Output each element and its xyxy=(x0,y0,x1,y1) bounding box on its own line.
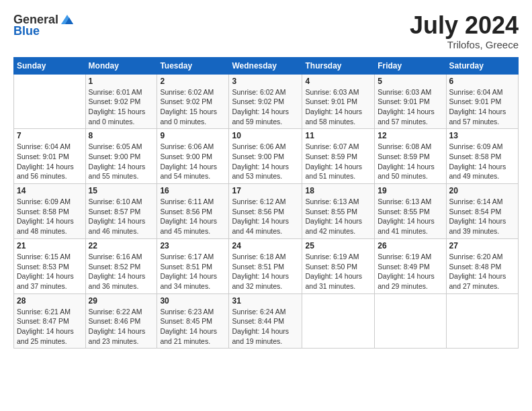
day-info: Sunrise: 6:17 AM Sunset: 8:51 PM Dayligh… xyxy=(160,252,226,291)
day-info: Sunrise: 6:07 AM Sunset: 8:59 PM Dayligh… xyxy=(305,142,371,181)
day-number: 18 xyxy=(305,186,371,195)
day-number: 11 xyxy=(305,131,371,140)
day-cell xyxy=(375,293,446,349)
day-number: 9 xyxy=(160,131,226,140)
day-number: 31 xyxy=(232,296,299,306)
day-info: Sunrise: 6:23 AM Sunset: 8:45 PM Dayligh… xyxy=(160,307,226,347)
day-number: 25 xyxy=(305,241,371,250)
day-cell: 6Sunrise: 6:04 AM Sunset: 9:01 PM Daylig… xyxy=(446,74,518,129)
day-cell: 18Sunrise: 6:13 AM Sunset: 8:55 PM Dayli… xyxy=(302,184,375,239)
day-cell: 14Sunrise: 6:09 AM Sunset: 8:58 PM Dayli… xyxy=(14,184,86,239)
day-info: Sunrise: 6:04 AM Sunset: 9:01 PM Dayligh… xyxy=(17,142,83,181)
day-number: 26 xyxy=(378,241,443,250)
logo-icon xyxy=(60,12,75,27)
day-info: Sunrise: 6:11 AM Sunset: 8:56 PM Dayligh… xyxy=(160,197,226,236)
day-cell: 16Sunrise: 6:11 AM Sunset: 8:56 PM Dayli… xyxy=(157,184,229,239)
weekday-header-saturday: Saturday xyxy=(446,57,518,74)
day-cell: 7Sunrise: 6:04 AM Sunset: 9:01 PM Daylig… xyxy=(14,129,86,184)
day-number: 23 xyxy=(160,241,226,250)
page: General Blue July 2024 Trilofos, Greece … xyxy=(0,0,532,411)
day-cell: 25Sunrise: 6:19 AM Sunset: 8:50 PM Dayli… xyxy=(302,238,375,293)
day-info: Sunrise: 6:24 AM Sunset: 8:44 PM Dayligh… xyxy=(232,307,299,347)
title-month: July 2024 xyxy=(410,12,519,39)
title-location: Trilofos, Greece xyxy=(410,39,519,50)
week-row-1: 1Sunrise: 6:01 AM Sunset: 9:02 PM Daylig… xyxy=(14,74,519,129)
day-cell: 13Sunrise: 6:09 AM Sunset: 8:58 PM Dayli… xyxy=(446,129,518,184)
day-number: 30 xyxy=(160,296,226,306)
day-number: 14 xyxy=(17,186,83,195)
day-info: Sunrise: 6:02 AM Sunset: 9:02 PM Dayligh… xyxy=(232,87,299,127)
day-number: 22 xyxy=(89,241,154,250)
day-info: Sunrise: 6:12 AM Sunset: 8:56 PM Dayligh… xyxy=(232,197,299,236)
day-cell: 5Sunrise: 6:03 AM Sunset: 9:01 PM Daylig… xyxy=(375,74,446,129)
day-cell xyxy=(14,74,86,129)
day-cell: 21Sunrise: 6:15 AM Sunset: 8:53 PM Dayli… xyxy=(14,238,86,293)
day-info: Sunrise: 6:06 AM Sunset: 9:00 PM Dayligh… xyxy=(232,142,299,181)
day-cell: 8Sunrise: 6:05 AM Sunset: 9:00 PM Daylig… xyxy=(85,129,157,184)
day-number: 13 xyxy=(449,131,515,140)
day-cell: 19Sunrise: 6:13 AM Sunset: 8:55 PM Dayli… xyxy=(375,184,446,239)
day-cell: 30Sunrise: 6:23 AM Sunset: 8:45 PM Dayli… xyxy=(157,293,229,349)
calendar-table: SundayMondayTuesdayWednesdayThursdayFrid… xyxy=(13,57,519,349)
day-info: Sunrise: 6:14 AM Sunset: 8:54 PM Dayligh… xyxy=(449,197,515,236)
day-cell: 9Sunrise: 6:06 AM Sunset: 9:00 PM Daylig… xyxy=(157,129,229,184)
day-cell: 22Sunrise: 6:16 AM Sunset: 8:52 PM Dayli… xyxy=(85,238,157,293)
day-info: Sunrise: 6:06 AM Sunset: 9:00 PM Dayligh… xyxy=(160,142,226,181)
week-row-3: 14Sunrise: 6:09 AM Sunset: 8:58 PM Dayli… xyxy=(14,184,519,239)
day-info: Sunrise: 6:19 AM Sunset: 8:50 PM Dayligh… xyxy=(305,252,371,291)
day-info: Sunrise: 6:10 AM Sunset: 8:57 PM Dayligh… xyxy=(89,197,154,236)
day-number: 3 xyxy=(232,77,299,86)
day-cell: 27Sunrise: 6:20 AM Sunset: 8:48 PM Dayli… xyxy=(446,238,518,293)
day-cell: 24Sunrise: 6:18 AM Sunset: 8:51 PM Dayli… xyxy=(229,238,302,293)
day-info: Sunrise: 6:21 AM Sunset: 8:47 PM Dayligh… xyxy=(17,307,83,347)
day-info: Sunrise: 6:03 AM Sunset: 9:01 PM Dayligh… xyxy=(378,87,443,127)
day-info: Sunrise: 6:08 AM Sunset: 8:59 PM Dayligh… xyxy=(378,142,443,181)
day-cell xyxy=(446,293,518,349)
day-info: Sunrise: 6:20 AM Sunset: 8:48 PM Dayligh… xyxy=(449,252,515,291)
title-block: July 2024 Trilofos, Greece xyxy=(410,12,519,50)
day-number: 17 xyxy=(232,186,299,195)
day-number: 12 xyxy=(378,131,443,140)
day-info: Sunrise: 6:03 AM Sunset: 9:01 PM Dayligh… xyxy=(305,87,371,127)
day-info: Sunrise: 6:13 AM Sunset: 8:55 PM Dayligh… xyxy=(378,197,443,236)
day-info: Sunrise: 6:09 AM Sunset: 8:58 PM Dayligh… xyxy=(449,142,515,181)
day-cell: 4Sunrise: 6:03 AM Sunset: 9:01 PM Daylig… xyxy=(302,74,375,129)
day-info: Sunrise: 6:13 AM Sunset: 8:55 PM Dayligh… xyxy=(305,197,371,236)
day-cell xyxy=(302,293,375,349)
day-cell: 10Sunrise: 6:06 AM Sunset: 9:00 PM Dayli… xyxy=(229,129,302,184)
weekday-header-row: SundayMondayTuesdayWednesdayThursdayFrid… xyxy=(14,57,519,74)
day-number: 24 xyxy=(232,241,299,250)
weekday-header-wednesday: Wednesday xyxy=(229,57,302,74)
weekday-header-monday: Monday xyxy=(85,57,157,74)
day-number: 5 xyxy=(378,77,443,86)
day-info: Sunrise: 6:19 AM Sunset: 8:49 PM Dayligh… xyxy=(378,252,443,291)
day-cell: 23Sunrise: 6:17 AM Sunset: 8:51 PM Dayli… xyxy=(157,238,229,293)
day-number: 29 xyxy=(89,296,154,306)
day-number: 2 xyxy=(160,77,226,86)
day-cell: 11Sunrise: 6:07 AM Sunset: 8:59 PM Dayli… xyxy=(302,129,375,184)
weekday-header-friday: Friday xyxy=(375,57,446,74)
day-cell: 12Sunrise: 6:08 AM Sunset: 8:59 PM Dayli… xyxy=(375,129,446,184)
day-cell: 26Sunrise: 6:19 AM Sunset: 8:49 PM Dayli… xyxy=(375,238,446,293)
day-cell: 31Sunrise: 6:24 AM Sunset: 8:44 PM Dayli… xyxy=(229,293,302,349)
day-cell: 1Sunrise: 6:01 AM Sunset: 9:02 PM Daylig… xyxy=(85,74,157,129)
day-info: Sunrise: 6:15 AM Sunset: 8:53 PM Dayligh… xyxy=(17,252,83,291)
week-row-2: 7Sunrise: 6:04 AM Sunset: 9:01 PM Daylig… xyxy=(14,129,519,184)
week-row-5: 28Sunrise: 6:21 AM Sunset: 8:47 PM Dayli… xyxy=(14,293,519,349)
day-cell: 15Sunrise: 6:10 AM Sunset: 8:57 PM Dayli… xyxy=(85,184,157,239)
day-info: Sunrise: 6:02 AM Sunset: 9:02 PM Dayligh… xyxy=(160,87,226,127)
day-number: 6 xyxy=(449,77,515,86)
day-info: Sunrise: 6:04 AM Sunset: 9:01 PM Dayligh… xyxy=(449,87,515,127)
day-info: Sunrise: 6:18 AM Sunset: 8:51 PM Dayligh… xyxy=(232,252,299,291)
day-number: 8 xyxy=(89,131,154,140)
weekday-header-thursday: Thursday xyxy=(302,57,375,74)
day-info: Sunrise: 6:22 AM Sunset: 8:46 PM Dayligh… xyxy=(89,307,154,347)
week-row-4: 21Sunrise: 6:15 AM Sunset: 8:53 PM Dayli… xyxy=(14,238,519,293)
weekday-header-sunday: Sunday xyxy=(14,57,86,74)
day-info: Sunrise: 6:09 AM Sunset: 8:58 PM Dayligh… xyxy=(17,197,83,236)
day-number: 21 xyxy=(17,241,83,250)
day-info: Sunrise: 6:05 AM Sunset: 9:00 PM Dayligh… xyxy=(89,142,154,181)
day-cell: 3Sunrise: 6:02 AM Sunset: 9:02 PM Daylig… xyxy=(229,74,302,129)
day-number: 28 xyxy=(17,296,83,306)
day-cell: 29Sunrise: 6:22 AM Sunset: 8:46 PM Dayli… xyxy=(85,293,157,349)
